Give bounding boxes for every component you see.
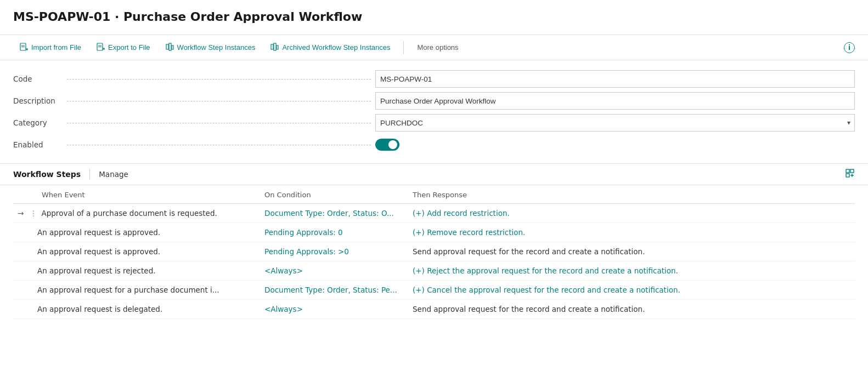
archived-instances-button[interactable]: Archived Workflow Step Instances: [264, 39, 397, 56]
when-event-text: An approval request is approved.: [37, 247, 160, 256]
manage-button[interactable]: Manage: [99, 170, 128, 179]
table-row[interactable]: →⋮Approval of a purchase document is req…: [13, 204, 855, 223]
on-condition-text[interactable]: Document Type: Order, Status: Pe...: [264, 286, 397, 294]
more-options-label: More options: [417, 43, 458, 52]
svg-rect-12: [274, 43, 276, 50]
description-label: Description: [13, 96, 63, 105]
on-condition-text[interactable]: Document Type: Order, Status: O...: [264, 209, 394, 218]
page-header: MS-POAPW-01 · Purchase Order Approval Wo…: [0, 0, 868, 35]
then-response-text[interactable]: (+) Cancel the approval request for the …: [413, 286, 680, 294]
when-event-text: An approval request is delegated.: [37, 305, 162, 313]
enabled-label-group: Enabled: [13, 140, 375, 149]
when-event-text: An approval request is approved.: [37, 228, 160, 237]
export-icon: [97, 43, 105, 53]
code-input[interactable]: [375, 70, 855, 88]
section-header: Workflow Steps Manage: [0, 164, 868, 185]
description-label-group: Description: [13, 96, 375, 105]
archived-instances-label: Archived Workflow Step Instances: [282, 43, 390, 52]
then-response-text[interactable]: (+) Reject the approval request for the …: [413, 266, 678, 275]
drag-handle-icon[interactable]: ⋮: [27, 209, 40, 218]
svg-rect-9: [169, 43, 171, 50]
table-header-row: When Event On Condition Then Response: [13, 185, 855, 204]
code-field: [375, 70, 855, 88]
svg-rect-15: [850, 169, 854, 173]
category-select[interactable]: PURCHDOC: [375, 114, 855, 132]
code-dotted-line: [67, 79, 371, 79]
on-condition-text[interactable]: <Always>: [264, 305, 303, 313]
table-head: When Event On Condition Then Response: [13, 185, 855, 204]
toggle-thumb: [388, 140, 397, 149]
category-field: PURCHDOC ▾: [375, 114, 855, 132]
on-condition-text[interactable]: <Always>: [264, 266, 303, 275]
cell-on-condition: Pending Approvals: >0: [260, 242, 408, 261]
section-header-divider: [89, 169, 90, 180]
cell-when: An approval request is approved.: [13, 242, 260, 261]
description-input[interactable]: [375, 92, 855, 110]
toolbar: Import from File Export to File Workflow…: [0, 35, 868, 60]
description-dotted-line: [67, 101, 371, 101]
table-row[interactable]: An approval request is approved.Pending …: [13, 242, 855, 261]
category-label: Category: [13, 118, 63, 127]
cell-on-condition: Document Type: Order, Status: O...: [260, 204, 408, 223]
toggle-track: [375, 139, 399, 151]
toggle-wrapper: [375, 139, 855, 151]
table-row[interactable]: An approval request is rejected.<Always>…: [13, 261, 855, 281]
table-body: →⋮Approval of a purchase document is req…: [13, 204, 855, 319]
export-label: Export to File: [108, 43, 150, 52]
cell-then-response: Send approval request for the record and…: [408, 300, 855, 319]
enabled-row: Enabled: [13, 135, 855, 155]
col-when-header: When Event: [13, 185, 260, 204]
cell-on-condition: <Always>: [260, 261, 408, 281]
svg-rect-8: [166, 44, 168, 49]
cell-on-condition: Pending Approvals: 0: [260, 223, 408, 242]
cell-on-condition: Document Type: Order, Status: Pe...: [260, 281, 408, 300]
when-event-text: An approval request for a purchase docum…: [37, 286, 219, 294]
export-to-file-button[interactable]: Export to File: [90, 39, 157, 56]
workflow-instances-icon: [166, 43, 174, 53]
table-row[interactable]: An approval request for a purchase docum…: [13, 281, 855, 300]
svg-rect-14: [846, 169, 849, 173]
code-label-group: Code: [13, 75, 375, 83]
svg-rect-11: [271, 44, 273, 49]
code-row: Code: [13, 69, 855, 89]
on-condition-text[interactable]: Pending Approvals: 0: [264, 228, 343, 237]
cell-then-response: (+) Add record restriction.: [408, 204, 855, 223]
toolbar-separator: [403, 41, 404, 54]
on-condition-text[interactable]: Pending Approvals: >0: [264, 247, 349, 256]
workflow-instances-label: Workflow Step Instances: [177, 43, 256, 52]
form-area: Code Description Category PURCHDOC ▾: [0, 60, 868, 164]
toolbar-right: i: [844, 42, 855, 53]
category-row: Category PURCHDOC ▾: [13, 113, 855, 133]
table-row[interactable]: An approval request is delegated.<Always…: [13, 300, 855, 319]
table-row[interactable]: An approval request is approved.Pending …: [13, 223, 855, 242]
workflow-steps-title: Workflow Steps: [13, 170, 81, 179]
then-response-text[interactable]: (+) Remove record restriction.: [413, 228, 525, 237]
row-arrow-icon: →: [18, 209, 25, 218]
col-then-header: Then Response: [408, 185, 855, 204]
col-on-header: On Condition: [260, 185, 408, 204]
info-icon[interactable]: i: [844, 42, 855, 53]
svg-rect-10: [172, 45, 173, 49]
category-label-group: Category: [13, 118, 375, 127]
code-label: Code: [13, 75, 63, 83]
enabled-label: Enabled: [13, 140, 63, 149]
more-options-button[interactable]: More options: [410, 40, 465, 55]
cell-when: An approval request for a purchase docum…: [13, 281, 260, 300]
workflow-instances-button[interactable]: Workflow Step Instances: [159, 39, 262, 56]
steps-table: When Event On Condition Then Response →⋮…: [13, 185, 855, 319]
category-dotted-line: [67, 123, 371, 123]
enabled-toggle[interactable]: [375, 139, 399, 151]
cell-then-response: (+) Reject the approval request for the …: [408, 261, 855, 281]
cell-when: An approval request is rejected.: [13, 261, 260, 281]
cell-when: An approval request is delegated.: [13, 300, 260, 319]
table-wrapper: When Event On Condition Then Response →⋮…: [0, 185, 868, 319]
when-event-text: An approval request is rejected.: [37, 266, 156, 275]
import-from-file-button[interactable]: Import from File: [13, 39, 88, 56]
expand-icon[interactable]: [845, 168, 855, 180]
then-response-text[interactable]: (+) Add record restriction.: [413, 209, 510, 218]
svg-rect-16: [846, 174, 849, 177]
import-icon: [20, 43, 28, 53]
cell-on-condition: <Always>: [260, 300, 408, 319]
description-row: Description: [13, 91, 855, 111]
category-select-wrapper: PURCHDOC ▾: [375, 114, 855, 132]
